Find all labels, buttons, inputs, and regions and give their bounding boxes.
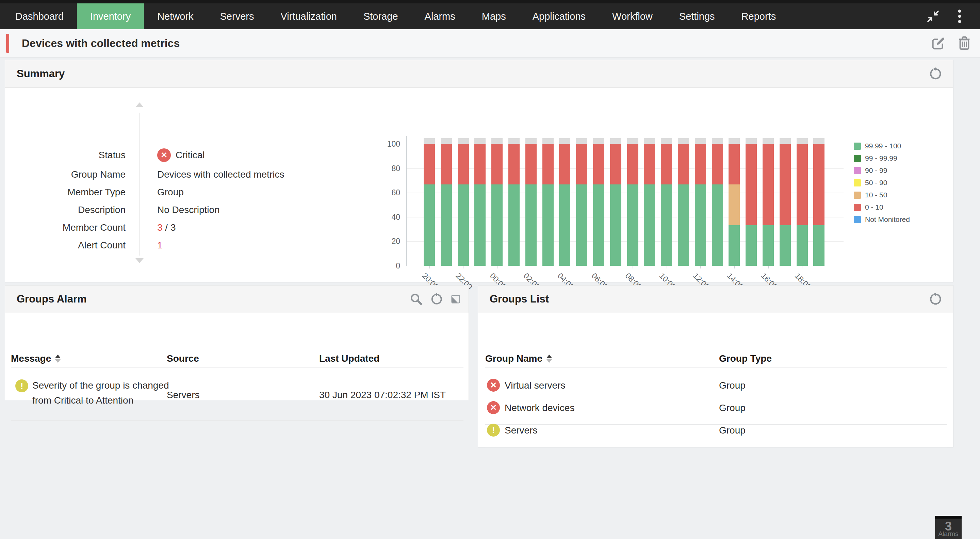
chart-bar[interactable]	[661, 138, 672, 266]
legend-item[interactable]: Not Monitored	[854, 215, 910, 224]
chart-bar[interactable]	[644, 138, 655, 266]
page-title: Devices with collected metrics	[22, 29, 180, 57]
chart-bar-segment	[610, 184, 621, 266]
refresh-icon[interactable]	[928, 66, 943, 81]
carousel-up-arrow-icon[interactable]	[135, 102, 143, 107]
summary-field-row: Member Count3 / 3	[10, 219, 384, 237]
chart-bar-segment	[797, 144, 808, 225]
alarms-badge-strip	[935, 516, 962, 518]
column-header-message[interactable]: Message	[11, 350, 60, 367]
edit-icon[interactable]	[930, 35, 947, 51]
delete-icon[interactable]	[956, 35, 972, 51]
chart-bar[interactable]	[712, 138, 723, 266]
nav-item-alarms[interactable]: Alarms	[411, 3, 469, 29]
legend-item[interactable]: 90 - 99	[854, 166, 887, 175]
alarms-badge[interactable]: 3 Alarms	[935, 516, 962, 539]
legend-swatch	[854, 204, 861, 211]
chart-bar-segment	[424, 144, 435, 184]
chart-bar-segment	[492, 144, 503, 184]
x-axis-tick	[531, 266, 531, 269]
chart-bar[interactable]	[424, 138, 435, 266]
collapse-icon[interactable]	[926, 9, 940, 24]
nav-item-inventory[interactable]: Inventory	[77, 3, 144, 29]
chart-bar-segment	[610, 144, 621, 184]
chart-bar-segment	[593, 144, 605, 184]
nav-item-applications[interactable]: Applications	[519, 3, 599, 29]
chart-bar[interactable]	[542, 138, 554, 266]
chart-bar-segment	[576, 144, 587, 184]
summary-field-label: Group Name	[10, 166, 126, 183]
summary-field-value: Group	[157, 183, 184, 201]
chart-bar[interactable]	[610, 138, 621, 266]
chart-bar-segment	[559, 144, 570, 184]
group-name[interactable]: Virtual servers	[504, 377, 565, 394]
chart-bar[interactable]	[729, 138, 740, 266]
table-row[interactable]: ✕Network devicesGroup	[478, 396, 953, 419]
nav-item-settings[interactable]: Settings	[666, 3, 728, 29]
column-header-group-name[interactable]: Group Name	[485, 350, 552, 367]
page-actions	[930, 29, 980, 57]
chart-bar-segment	[458, 184, 469, 266]
legend-item[interactable]: 10 - 50	[854, 191, 887, 199]
legend-label: 99 - 99.99	[865, 154, 897, 162]
chart-bar[interactable]	[813, 138, 824, 266]
chart-bar[interactable]	[508, 138, 520, 266]
y-axis-tick-label: 0	[373, 261, 400, 270]
chart-bar-segment	[559, 184, 570, 266]
chart-bar-segment	[458, 144, 469, 184]
chart-bar[interactable]	[678, 138, 689, 266]
nav-item-storage[interactable]: Storage	[350, 3, 411, 29]
sort-arrows-icon[interactable]	[546, 355, 552, 363]
legend-item[interactable]: 99 - 99.99	[854, 154, 897, 162]
chart-bar-segment	[508, 184, 520, 266]
group-name[interactable]: Servers	[504, 422, 537, 439]
chart-bar-cap	[678, 138, 689, 144]
chart-bar[interactable]	[780, 138, 791, 266]
legend-item[interactable]: 99.99 - 100	[854, 142, 901, 150]
x-axis-tick	[599, 266, 599, 269]
legend-item[interactable]: 0 - 10	[854, 203, 883, 211]
group-name[interactable]: Network devices	[504, 400, 574, 416]
legend-swatch	[854, 179, 861, 186]
legend-item[interactable]: 50 - 90	[854, 179, 887, 187]
nav-item-reports[interactable]: Reports	[728, 3, 789, 29]
chart-bar[interactable]	[441, 138, 452, 266]
nav-item-dashboard[interactable]: Dashboard	[2, 3, 77, 29]
chart-bar[interactable]	[492, 138, 503, 266]
chart-bar[interactable]	[474, 138, 485, 266]
x-axis-tick	[565, 266, 565, 269]
refresh-icon[interactable]	[429, 292, 444, 307]
chart-bar[interactable]	[458, 138, 469, 266]
chart-bar[interactable]	[746, 138, 757, 266]
split-view-icon[interactable]	[448, 292, 463, 307]
sort-arrows-icon[interactable]	[55, 355, 60, 363]
title-accent-bar	[6, 34, 9, 53]
legend-swatch	[854, 155, 861, 162]
nav-item-workflow[interactable]: Workflow	[599, 3, 666, 29]
chart-bar[interactable]	[559, 138, 570, 266]
chart-bar[interactable]	[627, 138, 638, 266]
chart-bar[interactable]	[576, 138, 587, 266]
nav-item-virtualization[interactable]: Virtualization	[267, 3, 350, 29]
alarm-last-updated: 30 Jun 2023 07:02:32 PM IST	[319, 388, 446, 402]
chart-bar[interactable]	[525, 138, 537, 266]
chart-bar[interactable]	[593, 138, 605, 266]
nav-item-servers[interactable]: Servers	[207, 3, 267, 29]
chart-bar-cap	[525, 138, 537, 144]
kebab-menu-icon[interactable]	[952, 9, 967, 24]
refresh-icon[interactable]	[928, 292, 943, 307]
legend-label: 50 - 90	[865, 179, 887, 187]
nav-item-maps[interactable]: Maps	[469, 3, 519, 29]
table-row[interactable]: ✕Virtual serversGroup	[478, 374, 953, 396]
chart-bar[interactable]	[762, 138, 774, 266]
table-row[interactable]: !ServersGroup	[478, 419, 953, 441]
chart-bar[interactable]	[695, 138, 706, 266]
chart-bar-segment	[661, 184, 672, 266]
search-icon[interactable]	[409, 292, 424, 307]
critical-circle-x-icon: ✕	[487, 379, 500, 392]
table-row[interactable]: !Severity of the group is changed from C…	[5, 374, 469, 421]
carousel-down-arrow-icon[interactable]	[135, 258, 143, 263]
nav-item-network[interactable]: Network	[144, 3, 207, 29]
chart-bar[interactable]	[797, 138, 808, 266]
chart-bar-segment	[644, 184, 655, 266]
